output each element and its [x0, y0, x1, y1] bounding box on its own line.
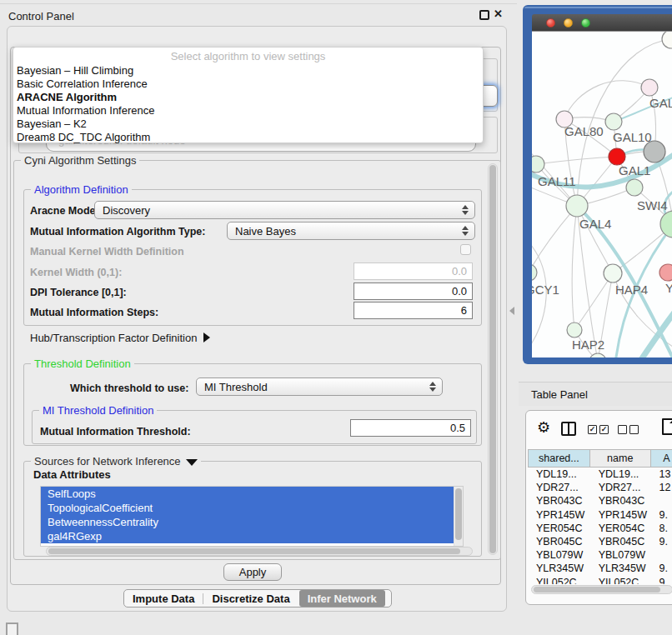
scrollbar-thumb[interactable] [455, 488, 462, 540]
table-row[interactable]: YLR345W YLR345W 9. [528, 562, 672, 575]
node-label: GAL1 [619, 163, 650, 178]
node-gal10[interactable] [605, 113, 622, 130]
column-header-shared-name[interactable]: shared... [528, 449, 590, 468]
node-gal4[interactable] [566, 195, 588, 217]
dropdown-item[interactable]: Dream8 DC_TDC Algorithm [17, 131, 150, 144]
group-title: Algorithm Definition [31, 183, 132, 196]
apply-button[interactable]: Apply [223, 563, 282, 581]
node-green-large[interactable] [660, 211, 672, 238]
node-label: GAL [649, 96, 672, 110]
mi-algorithm-type-combobox[interactable]: Naive Bayes [227, 222, 475, 240]
node-gal11[interactable] [532, 156, 544, 172]
mi-algorithm-type-label: Mutual Information Algorithm Type: [30, 226, 205, 238]
dropdown-item-selected[interactable]: ARACNE Algorithm [17, 91, 117, 104]
dropdown-item[interactable]: Bayesian – Hill Climbing [17, 64, 133, 78]
settings-scrollbar[interactable] [488, 163, 498, 555]
close-window-icon[interactable] [546, 18, 555, 28]
node-hap4[interactable] [604, 264, 622, 282]
cell [650, 548, 672, 562]
tab-impute-data[interactable]: Impute Data [124, 590, 203, 607]
hub-definition-toggle[interactable]: Hub/Transcription Factor Definition [30, 332, 210, 344]
table-row[interactable]: YDR27... YDR27... 12 [528, 481, 672, 494]
select-none-icon[interactable] [629, 425, 639, 434]
zoom-window-icon[interactable] [581, 18, 590, 28]
columns-icon[interactable] [561, 422, 576, 436]
tab-label: Discretize Data [212, 592, 289, 605]
list-item[interactable]: SelfLoops [41, 487, 454, 501]
table-row[interactable]: YDL19... YDL19... 13 [528, 468, 672, 481]
table-row[interactable]: YER054C YER054C 8. [528, 522, 672, 535]
table-row[interactable]: YBR043C YBR043C [528, 494, 672, 508]
table-row[interactable]: YBL079W YBL079W [528, 548, 672, 562]
which-threshold-combobox[interactable]: MI Threshold [196, 378, 443, 396]
mi-threshold-label: Mutual Information Threshold: [40, 426, 191, 438]
list-item[interactable]: gal4RGexp [41, 529, 454, 543]
table-toolbar: ⚙ [526, 411, 672, 448]
sources-hscrollbar[interactable] [46, 547, 473, 556]
float-panel-icon[interactable] [479, 10, 489, 20]
node-label: HAP2 [572, 338, 604, 352]
window-highlight [524, 7, 672, 8]
control-panel-title: Control Panel [8, 10, 74, 22]
expanded-arrow-icon [186, 459, 198, 466]
network-view-window: GAL GAL80 GAL10 GAL1 SWI4 GAL11 GAL4 GCY… [523, 5, 672, 364]
node-hap2[interactable] [567, 322, 582, 338]
sources-toggle[interactable]: Sources for Network Inference [31, 455, 201, 468]
mi-steps-field[interactable] [354, 302, 473, 319]
cell [650, 494, 672, 508]
scrollbar-thumb[interactable] [489, 165, 496, 553]
algorithm-dropdown: Select algorithm to view settings Bayesi… [13, 47, 484, 143]
aracne-mode-combobox[interactable]: Discovery [94, 201, 475, 219]
table-panel-title: Table Panel [531, 388, 588, 401]
table-row[interactable]: YIL052C YIL052C 9 [528, 576, 672, 585]
node[interactable] [589, 353, 606, 358]
which-threshold-label: Which threshold to use: [70, 382, 188, 394]
node-gcy1[interactable] [532, 264, 537, 281]
minimize-window-icon[interactable] [564, 18, 573, 28]
table-row[interactable]: YBR045C YBR045C 9. [528, 535, 672, 548]
combobox-value: Discovery [103, 204, 150, 217]
cell: YBR043C [590, 494, 651, 508]
node-swi4[interactable] [626, 179, 643, 196]
table-row[interactable]: YPR145W YPR145W 9. [528, 508, 672, 522]
network-window-titlebar[interactable] [532, 14, 672, 31]
dpi-tolerance-field[interactable] [354, 282, 473, 300]
list-item[interactable]: BetweennessCentrality [41, 515, 454, 529]
select-all-checked-icon[interactable] [588, 425, 597, 434]
node[interactable] [662, 32, 672, 48]
document-icon[interactable] [662, 418, 672, 435]
dropdown-item[interactable]: Mutual Information Inference [17, 104, 154, 118]
tab-discretize-data[interactable]: Discretize Data [203, 590, 298, 607]
kernel-width-field[interactable] [354, 262, 473, 280]
node-salmon[interactable] [659, 264, 672, 281]
minimized-panel-icon[interactable] [6, 622, 18, 635]
dropdown-item[interactable]: Bayesian – K2 [17, 118, 87, 131]
node-label: SWI4 [637, 198, 668, 212]
table-panel: ⚙ shared... name A YDL19... YDL19... 13 … [525, 410, 672, 605]
mi-threshold-field[interactable] [350, 419, 471, 437]
mi-steps-label: Mutual Information Steps: [30, 307, 158, 318]
select-none-icon[interactable] [618, 425, 627, 434]
splitter-collapse-icon[interactable] [509, 307, 514, 315]
node-gal1[interactable] [609, 148, 625, 165]
node-label: GAL4 [579, 217, 611, 231]
scrollbar-thumb[interactable] [48, 548, 460, 554]
column-header-name[interactable]: name [590, 449, 651, 468]
cell: 13 [650, 468, 672, 481]
list-scrollbar[interactable] [454, 487, 463, 546]
column-header[interactable]: A [651, 449, 672, 468]
list-item[interactable]: TopologicalCoefficient [41, 501, 454, 515]
manual-kernel-width-checkbox[interactable] [460, 244, 471, 255]
gear-icon[interactable]: ⚙ [537, 420, 550, 435]
network-canvas[interactable]: GAL GAL80 GAL10 GAL1 SWI4 GAL11 GAL4 GCY… [532, 31, 672, 358]
select-all-checked-icon[interactable] [599, 425, 609, 434]
combobox-stepper-icon [429, 382, 436, 392]
node-gal7[interactable] [641, 79, 658, 96]
dropdown-item[interactable]: Basic Correlation Inference [17, 78, 148, 91]
data-attributes-label: Data Attributes [33, 468, 111, 481]
tab-infer-network[interactable]: Infer Network [299, 590, 385, 607]
cell: YBL079W [528, 548, 590, 562]
close-icon[interactable]: ✕ [494, 8, 503, 20]
table-hscrollbar[interactable] [531, 585, 672, 594]
scrollbar-thumb[interactable] [534, 587, 660, 592]
